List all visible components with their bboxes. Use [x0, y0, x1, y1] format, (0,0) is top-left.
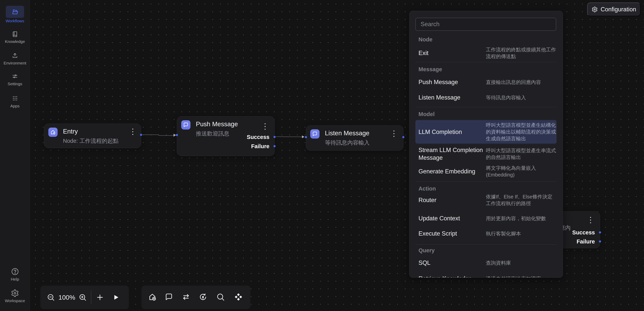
- item-name: Stream LLM Completion Message: [418, 146, 486, 162]
- sidebar-item-knowledge[interactable]: Knowledge: [0, 29, 30, 44]
- section-divider: [416, 107, 556, 107]
- chat-bubble-icon: [181, 120, 190, 129]
- node-title: Push Message: [196, 120, 238, 128]
- chat-bubble-icon: [310, 129, 320, 139]
- section-header-node: Node: [418, 36, 432, 43]
- item-desc: 執行客製化腳本: [486, 230, 556, 237]
- section-divider: [416, 62, 556, 62]
- node-entry-header: Entry Node: 工作流程的起點: [48, 128, 130, 144]
- search-icon[interactable]: [216, 293, 225, 301]
- picker-item-retrieve-knowledge[interactable]: Retrieve Knowledge 透過自然語言檢索知識庫: [416, 273, 556, 278]
- section-header-query: Query: [418, 247, 435, 254]
- item-name: Execute Script: [418, 230, 486, 238]
- sliders-icon: [0, 72, 30, 81]
- add-entry-node-button[interactable]: [148, 293, 157, 301]
- port-label-success: Success: [247, 134, 270, 140]
- output-port-failure[interactable]: [599, 240, 601, 243]
- item-name: SQL: [418, 259, 486, 267]
- add-message-node-button[interactable]: [164, 293, 173, 301]
- picker-item-router[interactable]: Router 依據If、Else If、Else條件決定工作流程執行的路徑: [416, 192, 556, 209]
- port-label-failure: Failure: [576, 239, 595, 245]
- gear-icon: [592, 6, 598, 12]
- item-desc: 等待訊息內容輸入: [486, 94, 556, 101]
- sidebar-item-label: Workspace: [0, 299, 30, 303]
- node-menu-button[interactable]: [132, 129, 133, 135]
- sidebar-item-label: Knowledge: [0, 39, 30, 44]
- node-palette-toolbar: [142, 286, 250, 309]
- item-desc: 依據If、Else If、Else條件決定工作流程執行的路徑: [486, 193, 556, 207]
- sidebar-item-label: Settings: [0, 82, 30, 86]
- configuration-button[interactable]: Configuration: [587, 2, 640, 16]
- zoom-out-button[interactable]: [47, 293, 55, 301]
- node-menu-button[interactable]: [264, 123, 266, 130]
- section-header-action: Action: [418, 186, 436, 192]
- node-menu-button[interactable]: [590, 217, 591, 223]
- zoom-in-button[interactable]: [78, 293, 87, 301]
- picker-item-execute-script[interactable]: Execute Script 執行客製化腳本: [416, 228, 556, 239]
- item-desc: 用於更新內容，初始化變數: [486, 215, 556, 222]
- item-desc: 將文字轉化為向量嵌入(Embedding): [486, 165, 556, 178]
- sidebar-item-label: Help: [0, 277, 30, 282]
- node-title: Entry: [63, 128, 78, 135]
- input-port[interactable]: [305, 136, 307, 138]
- sidebar-item-settings[interactable]: Settings: [0, 72, 30, 86]
- output-port-success[interactable]: [274, 136, 276, 138]
- node-listen-message[interactable]: Listen Message 等待訊息內容輸入: [306, 125, 404, 151]
- item-name: Update Context: [418, 215, 486, 222]
- picker-item-stream-llm-completion[interactable]: Stream LLM Completion Message 呼叫大型語言模型並產…: [416, 145, 556, 163]
- sidebar-item-apps[interactable]: Apps: [0, 94, 30, 108]
- diamonds-icon[interactable]: [234, 293, 243, 301]
- section-header-message: Message: [418, 66, 442, 72]
- item-name: Listen Message: [418, 94, 486, 101]
- rotate-bulb-icon[interactable]: [198, 293, 208, 301]
- sidebar: Workflows Knowledge Environment: [0, 0, 30, 311]
- input-port[interactable]: [176, 134, 178, 136]
- add-button[interactable]: [96, 293, 104, 302]
- picker-item-sql[interactable]: SQL 查詢資料庫: [416, 257, 556, 269]
- picker-item-llm-completion[interactable]: LLM Completion 呼叫大型語言模型並產生結構化的資料輸出以輔助流程的…: [416, 120, 556, 144]
- item-name: LLM Completion: [418, 128, 486, 136]
- picker-item-generate-embedding[interactable]: Generate Embedding 將文字轉化為向量嵌入(Embedding): [416, 163, 556, 180]
- output-port-success[interactable]: [599, 231, 601, 234]
- item-name: Push Message: [418, 78, 486, 86]
- configuration-label: Configuration: [601, 6, 636, 13]
- node-entry[interactable]: Entry Node: 工作流程的起點: [44, 124, 141, 148]
- item-desc: 直接輸出訊息的回應內容: [486, 79, 556, 86]
- item-desc: 工作流程的終點或接續其他工作流程的傳送點: [486, 46, 556, 60]
- item-desc: 呼叫大型語言模型並產生串流式的自然語言輸出: [486, 147, 556, 161]
- node-subtitle: 等待訊息內容輸入: [325, 139, 370, 146]
- output-port[interactable]: [140, 134, 142, 136]
- item-name: Generate Embedding: [418, 168, 486, 175]
- sidebar-item-workspace[interactable]: Workspace: [0, 289, 30, 303]
- port-label-failure: Failure: [251, 143, 270, 150]
- node-picker-panel: Node Exit 工作流程的終點或接續其他工作流程的傳送點 Message P…: [409, 11, 563, 278]
- picker-item-push-message[interactable]: Push Message 直接輸出訊息的回應內容: [416, 77, 556, 88]
- output-port[interactable]: [402, 136, 404, 138]
- node-listen-header: Listen Message 等待訊息內容輸入: [310, 129, 392, 146]
- grid-icon: [0, 94, 30, 103]
- swap-arrows-icon[interactable]: [182, 293, 190, 301]
- output-port-failure[interactable]: [274, 145, 276, 147]
- item-name: Exit: [418, 49, 486, 57]
- node-push-message[interactable]: Push Message 推送歡迎訊息 Success Failure: [177, 116, 274, 156]
- help-circle-icon: [0, 267, 30, 276]
- folder-icon: [6, 6, 24, 18]
- item-desc: 查詢資料庫: [486, 260, 556, 266]
- run-button[interactable]: [112, 294, 120, 301]
- item-desc: 呼叫大型語言模型並產生結構化的資料輸出以輔助流程的決策或生成自然語言輸出: [486, 122, 556, 142]
- zoom-toolbar: 100%: [40, 286, 129, 309]
- picker-item-exit[interactable]: Exit 工作流程的終點或接續其他工作流程的傳送點: [416, 45, 556, 62]
- picker-item-listen-message[interactable]: Listen Message 等待訊息內容輸入: [416, 92, 556, 103]
- sidebar-item-label: Workflows: [0, 19, 30, 23]
- node-menu-button[interactable]: [393, 130, 394, 137]
- node-subtitle: Node: 工作流程的起點: [63, 137, 118, 144]
- section-header-model: Model: [418, 111, 435, 117]
- sidebar-item-workflows[interactable]: Workflows: [0, 6, 30, 23]
- upload-icon: [0, 51, 30, 60]
- zoom-level: 100%: [58, 294, 75, 301]
- search-input[interactable]: [416, 18, 556, 31]
- sidebar-item-environment[interactable]: Environment: [0, 51, 30, 65]
- sidebar-item-label: Apps: [0, 104, 30, 108]
- picker-item-update-context[interactable]: Update Context 用於更新內容，初始化變數: [416, 213, 556, 224]
- sidebar-item-help[interactable]: Help: [0, 267, 30, 282]
